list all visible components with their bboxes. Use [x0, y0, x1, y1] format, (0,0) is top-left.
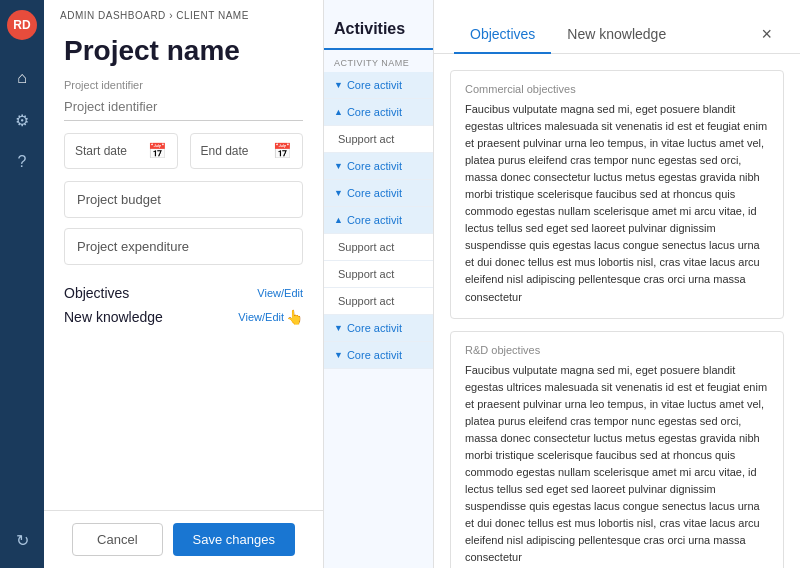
- commercial-objectives-title: Commercial objectives: [465, 83, 769, 95]
- nav-settings-icon[interactable]: ⚙: [4, 102, 40, 138]
- activities-panel: Activities ACTIVITY NAME ▼ Core activit …: [324, 0, 434, 568]
- knowledge-view-edit-button[interactable]: View/Edit 👆: [238, 309, 303, 325]
- list-item[interactable]: ▼ Core activit: [324, 153, 433, 180]
- commercial-objectives-text: Faucibus vulputate magna sed mi, eget po…: [465, 101, 769, 306]
- list-item[interactable]: ▼ Core activit: [324, 342, 433, 369]
- knowledge-row: New knowledge View/Edit 👆: [64, 309, 303, 325]
- start-date-calendar-icon[interactable]: 📅: [148, 142, 167, 160]
- date-row: Start date 📅 End date 📅: [64, 133, 303, 169]
- budget-placeholder: Project budget: [77, 192, 161, 207]
- modal-body: Commercial objectives Faucibus vulputate…: [434, 54, 800, 568]
- activities-header: Activities: [324, 0, 433, 50]
- chevron-right-icon: ▼: [334, 350, 343, 360]
- list-item[interactable]: Support act: [324, 261, 433, 288]
- cancel-button[interactable]: Cancel: [72, 523, 162, 556]
- rd-objectives-title: R&D objectives: [465, 344, 769, 356]
- objectives-row: Objectives View/Edit: [64, 285, 303, 301]
- objective-card-commercial: Commercial objectives Faucibus vulputate…: [450, 70, 784, 319]
- knowledge-label: New knowledge: [64, 309, 163, 325]
- objectives-modal: Objectives New knowledge × Commercial ob…: [434, 0, 800, 568]
- left-panel: ADMIN DASHBOARD › CLIENT NAME Project na…: [44, 0, 324, 568]
- chevron-right-icon: ▲: [334, 215, 343, 225]
- chevron-right-icon: ▼: [334, 188, 343, 198]
- list-item[interactable]: ▼ Core activit: [324, 72, 433, 99]
- objective-card-rd: R&D objectives Faucibus vulputate magna …: [450, 331, 784, 568]
- cursor-hand-icon: 👆: [286, 309, 303, 325]
- rd-objectives-text: Faucibus vulputate magna sed mi, eget po…: [465, 362, 769, 567]
- project-expenditure-field[interactable]: Project expenditure: [64, 228, 303, 265]
- end-date-label: End date: [201, 144, 249, 158]
- chevron-right-icon: ▼: [334, 161, 343, 171]
- logo: RD: [7, 10, 37, 40]
- tab-new-knowledge[interactable]: New knowledge: [551, 16, 682, 54]
- nav-refresh-icon[interactable]: ↻: [4, 522, 40, 558]
- list-item[interactable]: ▲ Core activit: [324, 207, 433, 234]
- list-item[interactable]: Support act: [324, 288, 433, 315]
- breadcrumb: ADMIN DASHBOARD › CLIENT NAME: [44, 0, 323, 27]
- start-date-field[interactable]: Start date 📅: [64, 133, 178, 169]
- chevron-right-icon: ▼: [334, 323, 343, 333]
- activity-col-header: ACTIVITY NAME: [324, 50, 433, 72]
- chevron-right-icon: ▼: [334, 80, 343, 90]
- expenditure-placeholder: Project expenditure: [77, 239, 189, 254]
- page-title: Project name: [64, 35, 303, 67]
- modal-header: Objectives New knowledge ×: [434, 0, 800, 54]
- identifier-label: Project identifier: [64, 79, 303, 91]
- project-identifier-input[interactable]: [64, 93, 303, 121]
- save-button[interactable]: Save changes: [173, 523, 295, 556]
- list-item[interactable]: ▼ Core activit: [324, 180, 433, 207]
- section-links: Objectives View/Edit New knowledge View/…: [64, 285, 303, 325]
- list-item[interactable]: Support act: [324, 234, 433, 261]
- project-budget-field[interactable]: Project budget: [64, 181, 303, 218]
- end-date-calendar-icon[interactable]: 📅: [273, 142, 292, 160]
- objectives-label: Objectives: [64, 285, 129, 301]
- nav-help-icon[interactable]: ?: [4, 144, 40, 180]
- modal-close-button[interactable]: ×: [753, 20, 780, 49]
- chevron-right-icon: ▲: [334, 107, 343, 117]
- list-item[interactable]: ▲ Core activit: [324, 99, 433, 126]
- list-item[interactable]: Support act: [324, 126, 433, 153]
- objectives-view-edit-button[interactable]: View/Edit: [257, 287, 303, 299]
- sidebar-nav: RD ⌂ ⚙ ? ↻: [0, 0, 44, 568]
- tab-objectives[interactable]: Objectives: [454, 16, 551, 54]
- end-date-field[interactable]: End date 📅: [190, 133, 304, 169]
- nav-home-icon[interactable]: ⌂: [4, 60, 40, 96]
- list-item[interactable]: ▼ Core activit: [324, 315, 433, 342]
- panel-footer: Cancel Save changes: [44, 510, 323, 568]
- start-date-label: Start date: [75, 144, 127, 158]
